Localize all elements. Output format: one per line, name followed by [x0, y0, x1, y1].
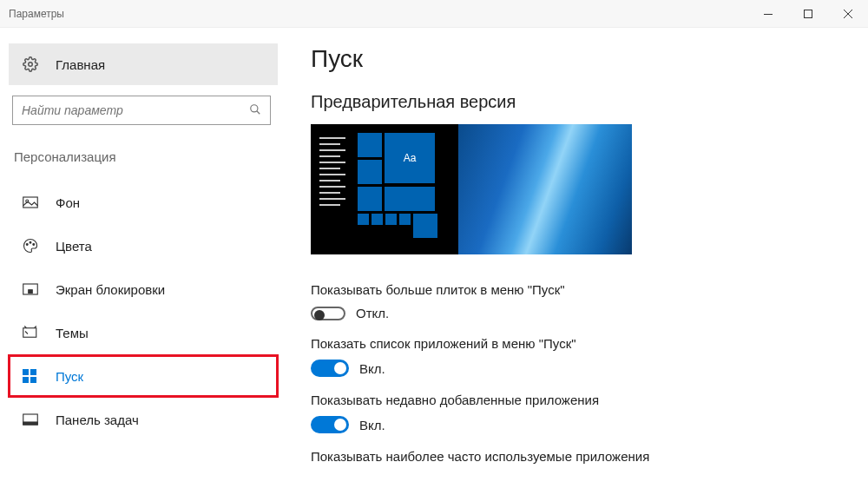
toggle-state-text: Вкл. [359, 418, 385, 432]
svg-rect-5 [23, 197, 38, 208]
preview-start-menu: Aa [311, 124, 458, 254]
setting-more-tiles: Показывать больше плиток в меню "Пуск" О… [311, 282, 833, 320]
themes-icon [23, 326, 40, 340]
setting-label: Показывать больше плиток в меню "Пуск" [311, 282, 833, 297]
sidebar-item-colors[interactable]: Цвета [9, 225, 278, 267]
search-icon [249, 103, 261, 118]
page-title: Пуск [311, 45, 833, 73]
toggle-recent-apps[interactable] [311, 416, 349, 433]
home-button[interactable]: Главная [9, 43, 278, 85]
setting-recent-apps: Показывать недавно добавленные приложени… [311, 393, 833, 433]
svg-rect-14 [30, 369, 36, 375]
sidebar-item-taskbar[interactable]: Панель задач [9, 399, 278, 440]
setting-most-used: Показывать наиболее часто используемые п… [311, 449, 833, 464]
svg-point-9 [33, 244, 35, 246]
search-input[interactable] [22, 103, 249, 117]
window-controls [748, 0, 868, 27]
sidebar-item-label: Фон [56, 195, 80, 210]
picture-icon [23, 196, 40, 208]
toggle-more-tiles[interactable] [311, 307, 345, 320]
search-box[interactable] [12, 96, 271, 125]
sidebar-item-label: Экран блокировки [56, 282, 165, 297]
svg-rect-15 [23, 377, 29, 383]
lockscreen-icon [23, 283, 40, 295]
sidebar-item-label: Пуск [56, 369, 83, 384]
start-icon [23, 369, 40, 383]
svg-point-2 [29, 63, 33, 67]
svg-rect-12 [23, 328, 36, 338]
svg-point-7 [26, 244, 28, 246]
home-label: Главная [56, 57, 105, 72]
toggle-state-text: Откл. [356, 306, 389, 320]
svg-rect-18 [23, 422, 38, 425]
setting-label: Показывать недавно добавленные приложени… [311, 393, 833, 407]
preview-desktop [458, 124, 632, 254]
svg-point-8 [30, 241, 31, 243]
sidebar-item-lockscreen[interactable]: Экран блокировки [9, 268, 278, 310]
sidebar: Главная Персонализация Фон Цвета [0, 28, 286, 495]
preview-title: Предварительная версия [311, 92, 833, 112]
svg-rect-11 [29, 290, 33, 294]
minimize-button[interactable] [748, 0, 788, 28]
setting-label: Показывать наиболее часто используемые п… [311, 449, 833, 464]
start-preview: Aa [311, 124, 632, 254]
sidebar-item-label: Панель задач [56, 412, 139, 427]
section-label: Персонализация [0, 149, 286, 180]
setting-app-list: Показать список приложений в меню "Пуск"… [311, 336, 833, 377]
svg-rect-0 [764, 14, 773, 15]
svg-rect-1 [805, 10, 812, 18]
close-button[interactable] [828, 0, 868, 28]
sidebar-item-themes[interactable]: Темы [9, 312, 278, 353]
toggle-app-list[interactable] [311, 360, 349, 377]
window-title: Параметры [9, 8, 748, 20]
titlebar: Параметры [0, 0, 868, 28]
sidebar-item-label: Темы [56, 326, 89, 340]
gear-icon [23, 56, 40, 72]
sidebar-item-start[interactable]: Пуск [9, 355, 278, 397]
svg-line-4 [257, 110, 260, 114]
preview-tile-aa: Aa [385, 133, 435, 183]
taskbar-icon [23, 413, 40, 426]
sidebar-item-background[interactable]: Фон [9, 182, 278, 223]
palette-icon [23, 238, 40, 254]
svg-point-3 [251, 104, 258, 111]
maximize-button[interactable] [788, 0, 828, 28]
svg-rect-16 [30, 377, 36, 383]
sidebar-item-label: Цвета [56, 239, 92, 254]
toggle-state-text: Вкл. [359, 361, 385, 376]
svg-rect-13 [23, 369, 29, 375]
main-content: Пуск Предварительная версия Aa [286, 28, 868, 495]
setting-label: Показать список приложений в меню "Пуск" [311, 336, 833, 351]
